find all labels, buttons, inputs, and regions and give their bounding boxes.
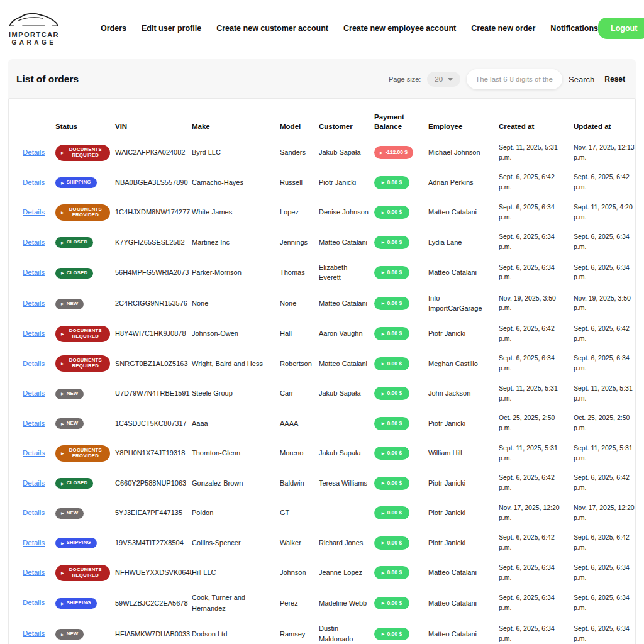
play-icon: ▶	[61, 571, 64, 575]
make-cell: Dodson Ltd	[189, 618, 277, 644]
play-icon: ▶	[382, 632, 385, 636]
details-link[interactable]: Details	[23, 330, 45, 337]
play-icon: ▶	[61, 241, 64, 245]
model-cell: None	[277, 288, 316, 319]
nav-item-create-order[interactable]: Create new order	[471, 24, 535, 33]
status-badge: ▶ CLOSED	[55, 237, 93, 248]
reset-button[interactable]: Reset	[604, 75, 625, 84]
payment-balance-badge: ▶ 0.00 $	[374, 206, 409, 219]
order-row: Details ▶ NEW HFIA5MKW7DUAB0033 Dodson L…	[20, 618, 644, 644]
customer-cell: Elizabeth Everett	[316, 257, 372, 288]
column-header-employee: Employee	[426, 103, 496, 138]
vin-cell: U7D79W7N4TRBE1591	[113, 379, 189, 409]
details-link[interactable]: Details	[23, 269, 45, 276]
make-cell: Johnson-Owen	[189, 319, 277, 349]
updated-at-cell: Sept. 6, 2025, 6:42 p.m.	[571, 468, 644, 498]
customer-cell	[316, 498, 372, 528]
status-badge: ▶ DOCUMENTS REQUIRED	[55, 355, 110, 372]
employee-cell: Lydia Lane	[426, 227, 496, 257]
updated-at-cell: Sept. 6, 2025, 6:42 p.m.	[571, 528, 644, 558]
vin-cell: K7YGFIZ65SESL2582	[113, 227, 189, 257]
play-icon: ▶	[382, 332, 385, 336]
details-link[interactable]: Details	[23, 238, 45, 246]
created-at-cell: Sept. 11, 2025, 5:31 p.m.	[496, 138, 571, 168]
details-link[interactable]: Details	[23, 630, 45, 637]
details-link[interactable]: Details	[23, 419, 45, 427]
page-size-select[interactable]: 20	[427, 72, 460, 87]
details-link[interactable]: Details	[23, 449, 45, 457]
status-badge: ▶ DOCUMENTS REQUIRED	[55, 145, 110, 161]
customer-cell: Dustin Maldonado	[316, 618, 372, 644]
logout-button[interactable]: Logout	[598, 18, 644, 39]
payment-balance-badge: ▶ 0.00 $	[374, 266, 409, 279]
column-header-customer: Customer	[316, 103, 372, 138]
employee-cell: Piotr Janicki	[426, 319, 496, 349]
page-size-value: 20	[435, 75, 443, 83]
updated-at-cell: Sept. 6, 2025, 6:42 p.m.	[571, 319, 644, 349]
updated-at-cell: Sept. 6, 2025, 6:34 p.m.	[571, 587, 644, 618]
payment-balance-badge: ▶ 0.00 $	[374, 297, 409, 310]
model-cell: Hall	[277, 319, 316, 349]
nav-item-create-customer-account[interactable]: Create new customer account	[216, 24, 328, 33]
order-row: Details ▶ DOCUMENTS REQUIRED WAIC2AFPIGA…	[20, 138, 644, 168]
brand-name-line2: GARAGE	[12, 40, 57, 46]
details-link[interactable]: Details	[23, 599, 45, 606]
model-cell: Robertson	[277, 348, 316, 379]
employee-cell: Matteo Catalani	[426, 587, 496, 618]
employee-cell: Meghan Castillo	[426, 348, 496, 379]
model-cell: GT	[277, 498, 316, 528]
status-badge: ▶ DOCUMENTS REQUIRED	[55, 565, 110, 581]
make-cell: Byrd LLC	[189, 138, 277, 168]
play-icon: ▶	[382, 481, 385, 485]
details-link[interactable]: Details	[23, 148, 45, 156]
vin-search-input[interactable]	[467, 69, 562, 89]
updated-at-cell: Sept. 6, 2025, 6:34 p.m.	[571, 227, 644, 257]
order-row: Details ▶ DOCUMENTS REQUIRED SNRGT0BZ1AL…	[20, 348, 644, 379]
order-row: Details ▶ DOCUMENTS REQUIRED H8Y4WI7C1HK…	[20, 319, 644, 349]
payment-balance-badge: ▶ 0.00 $	[374, 477, 409, 490]
nav-item-orders[interactable]: Orders	[101, 24, 126, 33]
play-icon: ▶	[61, 392, 64, 396]
chevron-down-icon	[448, 78, 453, 81]
payment-balance-badge: ▶ 0.00 $	[374, 417, 409, 430]
brand-logo[interactable]: IMPORTCAR GARAGE	[8, 11, 60, 46]
page-title: List of orders	[16, 74, 79, 85]
payment-balance-badge: ▶ 0.00 $	[374, 628, 409, 641]
details-link[interactable]: Details	[23, 389, 45, 397]
customer-cell: Matteo Catalani	[316, 348, 372, 379]
play-icon: ▶	[61, 332, 64, 336]
details-link[interactable]: Details	[23, 509, 45, 516]
payment-balance-badge: ▶ 0.00 $	[374, 536, 409, 550]
make-cell: Gonzalez-Brown	[189, 468, 277, 498]
employee-cell: Matteo Catalani	[426, 618, 496, 644]
details-link[interactable]: Details	[23, 360, 45, 367]
details-link[interactable]: Details	[23, 539, 45, 547]
created-at-cell: Sept. 6, 2025, 6:42 p.m.	[496, 167, 571, 197]
created-at-cell: Sept. 6, 2025, 6:34 p.m.	[496, 227, 571, 257]
details-link[interactable]: Details	[23, 569, 45, 576]
nav-item-create-employee-account[interactable]: Create new employee account	[343, 24, 456, 33]
nav-item-notifications[interactable]: Notifications	[550, 24, 598, 33]
vin-cell: 1C4SDJCT5KC807317	[113, 408, 189, 438]
details-link[interactable]: Details	[23, 208, 45, 216]
created-at-cell: Sept. 11, 2025, 5:31 p.m.	[496, 379, 571, 409]
play-icon: ▶	[61, 633, 64, 636]
play-icon: ▶	[61, 602, 64, 606]
play-icon: ▶	[61, 511, 64, 515]
customer-cell: Aaron Vaughn	[316, 319, 372, 349]
search-button[interactable]: Search	[569, 75, 594, 84]
details-link[interactable]: Details	[23, 479, 45, 487]
created-at-cell: Sept. 6, 2025, 6:34 p.m.	[496, 257, 571, 288]
play-icon: ▶	[61, 452, 64, 455]
play-icon: ▶	[382, 541, 385, 545]
nav-item-edit-user-profile[interactable]: Edit user profile	[142, 24, 201, 33]
details-link[interactable]: Details	[23, 179, 45, 186]
main-nav: Orders Edit user profile Create new cust…	[101, 24, 598, 33]
payment-balance-badge: ▶ 0.00 $	[374, 447, 409, 460]
play-icon: ▶	[382, 452, 385, 455]
payment-balance-badge: ▶ 0.00 $	[374, 236, 409, 249]
orders-table: Status VIN Make Model Customer Payment B…	[20, 103, 644, 644]
details-link[interactable]: Details	[23, 299, 45, 307]
payment-balance-badge: ▶ -112.00 $	[374, 146, 413, 159]
vin-cell: HFIA5MKW7DUAB0033	[113, 618, 189, 644]
